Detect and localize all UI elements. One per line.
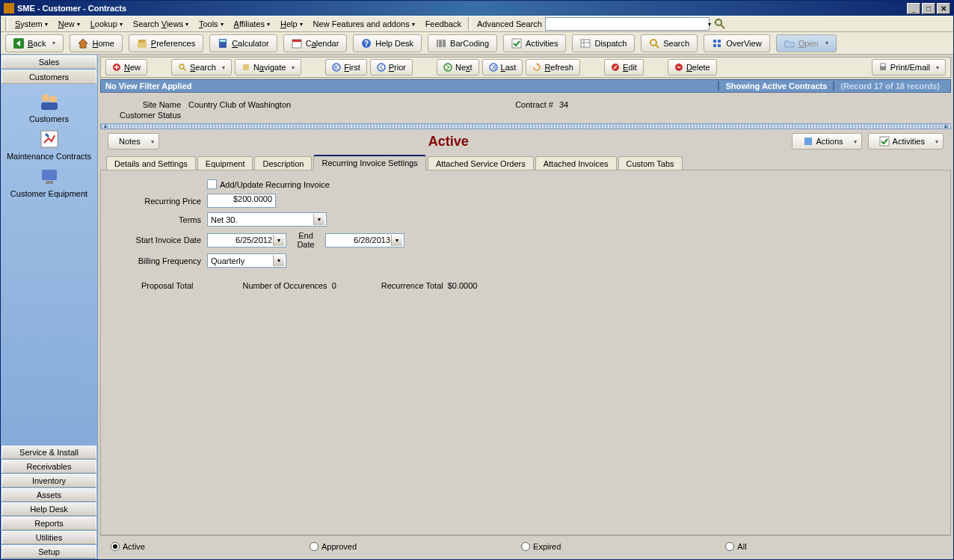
tab-details[interactable]: Details and Settings [106, 156, 196, 170]
terms-dropdown[interactable]: Net 30. [207, 212, 327, 227]
menu-newfeatures[interactable]: New Features and addons▾ [309, 18, 419, 30]
tab-recurring[interactable]: Recurring Invoice Settings [313, 155, 425, 170]
sidebar-item-equipment[interactable]: Customer Equipment [1, 165, 97, 198]
prior-button[interactable]: Prior [370, 59, 413, 76]
svg-rect-44 [804, 138, 812, 145]
help-icon: ? [361, 38, 372, 49]
menu-new[interactable]: New▾ [54, 18, 84, 30]
sidebar-section-helpdesk[interactable]: Help Desk [1, 502, 96, 516]
terms-label: Terms [111, 215, 201, 224]
maximize-button[interactable]: □ [922, 3, 935, 14]
radio-approved[interactable]: Approved [310, 542, 357, 551]
sidebar-section-reports[interactable]: Reports [1, 517, 96, 530]
sidebar-item-label: Customer Equipment [1, 189, 97, 198]
delete-button[interactable]: Delete [668, 59, 717, 76]
actions-dropdown[interactable]: Actions [792, 133, 862, 150]
svg-line-1 [721, 25, 724, 28]
advanced-search-input[interactable] [545, 17, 710, 31]
calculator-button[interactable]: Calculator [209, 34, 277, 52]
print-email-button[interactable]: Print/Email [872, 59, 946, 76]
menu-system[interactable]: System▾ [10, 18, 52, 30]
equipment-icon [38, 165, 61, 188]
svg-rect-28 [41, 102, 58, 110]
barcode-icon [436, 38, 446, 49]
open-button[interactable]: Open [776, 34, 837, 52]
svg-point-27 [49, 96, 57, 103]
first-button[interactable]: First [325, 59, 366, 76]
dispatch-icon [580, 38, 591, 49]
filter-bar: No View Filter Applied Showing Active Co… [100, 79, 951, 93]
activities-button[interactable]: Activities [503, 34, 566, 52]
magnifier-icon[interactable] [714, 18, 726, 30]
back-button[interactable]: Back [5, 34, 64, 52]
menubar: System▾ New▾ Lookup▾ Search Views▾ Tools… [1, 16, 953, 32]
sidebar-item-maintenance[interactable]: Maintenance Contracts [1, 128, 97, 161]
new-button[interactable]: New [105, 59, 147, 76]
overview-button[interactable]: OverView [704, 34, 769, 52]
recurrence-label: Recurrence Total [381, 281, 443, 290]
sidebar-section-receivables[interactable]: Receivables [1, 460, 96, 473]
sidebar-section-utilities[interactable]: Utilities [1, 531, 96, 544]
calendar-button[interactable]: Calendar [283, 34, 348, 52]
menu-searchviews[interactable]: Search Views▾ [129, 18, 193, 30]
svg-rect-35 [243, 64, 249, 70]
navigate-button[interactable]: Navigate [235, 59, 301, 76]
sidebar-item-customers[interactable]: Customers [1, 90, 97, 123]
menu-affiliates[interactable]: Affiliates▾ [230, 18, 274, 30]
next-button[interactable]: Next [437, 59, 479, 76]
home-button[interactable]: Home [70, 34, 122, 52]
titlebar: SME - Customer - Contracts _ □ ✕ [1, 1, 953, 16]
start-date-input[interactable]: 6/25/2012 [207, 233, 286, 247]
frequency-dropdown[interactable]: Quarterly [207, 253, 286, 268]
dispatch-button[interactable]: Dispatch [572, 34, 635, 52]
refresh-button[interactable]: Refresh [526, 59, 580, 76]
tab-panel: Add/Update Recurring Invoice Recurring P… [100, 170, 951, 535]
menu-help[interactable]: Help▾ [276, 18, 307, 30]
sidebar-section-customers[interactable]: Customers [1, 70, 96, 84]
sidebar-section-service[interactable]: Service & Install [1, 446, 96, 459]
nav-search-button[interactable]: Search [171, 59, 232, 76]
radio-active[interactable]: Active [111, 542, 145, 551]
tab-service-orders[interactable]: Attached Service Orders [428, 156, 534, 170]
tab-invoices[interactable]: Attached Invoices [535, 156, 617, 170]
tab-custom[interactable]: Custom Tabs [618, 156, 683, 170]
svg-line-34 [183, 68, 186, 71]
helpdesk-button[interactable]: ? Help Desk [353, 34, 422, 52]
minimize-button[interactable]: _ [907, 3, 920, 14]
search-button[interactable]: Search [641, 34, 698, 52]
calculator-icon [218, 38, 228, 49]
radio-all[interactable]: All [725, 542, 746, 551]
activities-dropdown[interactable]: Activities [868, 133, 944, 150]
svg-point-0 [716, 19, 721, 25]
tab-strip: Details and Settings Equipment Descripti… [100, 154, 951, 170]
notes-dropdown[interactable]: Notes [108, 133, 159, 150]
add-update-checkbox[interactable] [207, 179, 217, 189]
start-date-label: Start Invoice Date [111, 236, 201, 244]
tab-description[interactable]: Description [254, 156, 312, 170]
svg-line-21 [656, 45, 659, 48]
close-button[interactable]: ✕ [937, 3, 950, 14]
splitter-bar[interactable] [100, 123, 951, 129]
svg-point-37 [378, 64, 385, 71]
preferences-button[interactable]: Preferences [129, 34, 203, 52]
end-date-input[interactable]: 6/28/2013 [325, 233, 404, 247]
price-input[interactable]: $200.0000 [207, 194, 276, 208]
menu-lookup[interactable]: Lookup▾ [86, 18, 127, 30]
advanced-search-dropdown[interactable]: ▾ [708, 21, 711, 28]
end-date-label: End Date [291, 231, 321, 249]
sidebar-section-setup[interactable]: Setup [1, 545, 96, 559]
menu-tools[interactable]: Tools▾ [194, 18, 228, 30]
record-counter: (Record 17 of 18 records) [833, 81, 946, 90]
menu-feedback[interactable]: Feedback [421, 18, 466, 30]
open-icon [784, 38, 795, 49]
sidebar-section-assets[interactable]: Assets [1, 488, 96, 502]
sidebar-section-inventory[interactable]: Inventory [1, 474, 96, 487]
proposal-total-label: Proposal Total [141, 281, 194, 290]
tab-equipment[interactable]: Equipment [197, 156, 253, 170]
radio-expired[interactable]: Expired [521, 542, 561, 551]
svg-rect-25 [718, 44, 721, 47]
barcoding-button[interactable]: BarCoding [428, 34, 497, 52]
last-button[interactable]: Last [482, 59, 523, 76]
sidebar-section-sales[interactable]: Sales [1, 55, 96, 69]
edit-button[interactable]: Edit [604, 59, 644, 76]
